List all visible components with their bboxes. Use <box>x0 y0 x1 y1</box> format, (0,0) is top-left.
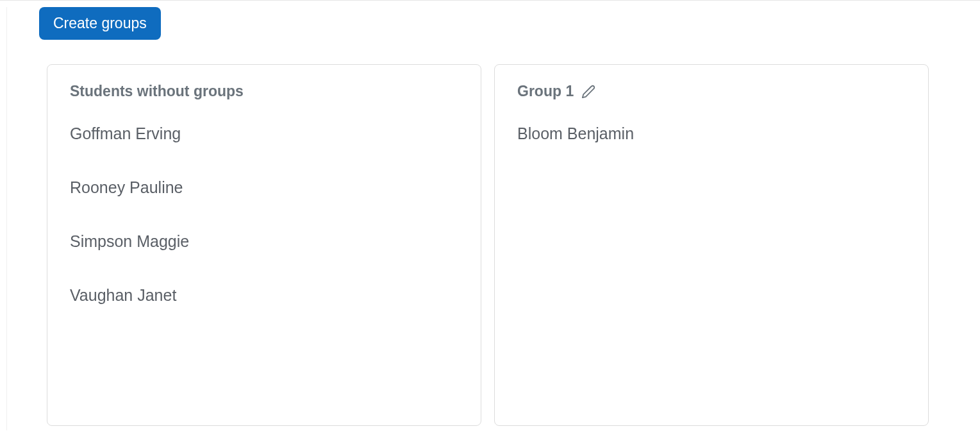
groups-container: Students without groups Goffman Erving R… <box>39 64 980 426</box>
group-panel: Group 1 Bloom Benjamin <box>494 64 929 426</box>
group-name: Group 1 <box>517 83 574 100</box>
unassigned-panel: Students without groups Goffman Erving R… <box>47 64 481 426</box>
unassigned-panel-title: Students without groups <box>70 83 458 100</box>
create-groups-button[interactable]: Create groups <box>39 7 161 40</box>
student-item[interactable]: Rooney Pauline <box>70 178 458 197</box>
group-panel-header: Group 1 <box>517 83 906 100</box>
edit-icon[interactable] <box>581 85 595 99</box>
student-item[interactable]: Bloom Benjamin <box>517 124 906 143</box>
student-item[interactable]: Simpson Maggie <box>70 232 458 251</box>
student-item[interactable]: Vaughan Janet <box>70 286 458 305</box>
content-wrap: Create groups Students without groups Go… <box>6 7 980 430</box>
student-item[interactable]: Goffman Erving <box>70 124 458 143</box>
